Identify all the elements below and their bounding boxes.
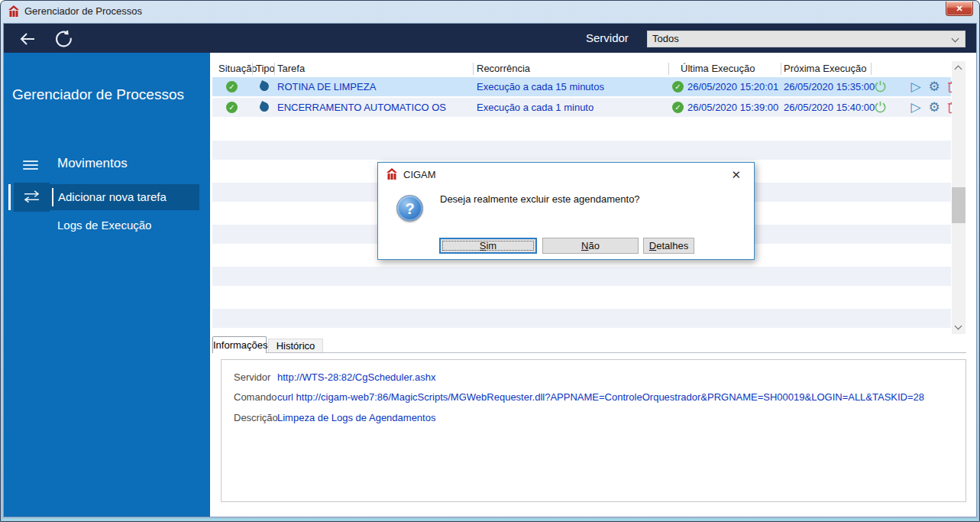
table-row-empty <box>212 141 951 160</box>
refresh-icon <box>54 29 73 48</box>
settings-icon[interactable]: ⚙ <box>927 77 942 96</box>
scroll-up-button[interactable] <box>952 61 965 74</box>
scrollbar-thumb[interactable] <box>952 187 965 223</box>
column-separator <box>668 63 669 75</box>
column-separator <box>781 63 781 75</box>
close-icon: ✕ <box>956 4 962 13</box>
dialog-title: CIGAM <box>403 169 436 180</box>
column-separator <box>274 63 275 75</box>
server-selected-value: Todos <box>652 33 679 44</box>
swap-arrows-icon <box>14 183 50 212</box>
vertical-scrollbar[interactable] <box>952 61 965 334</box>
column-tipo[interactable]: Tipo <box>256 63 275 74</box>
table-row-empty <box>212 287 951 306</box>
table-row[interactable]: ✓ ROTINA DE LIMPEZA Execução a cada 15 m… <box>212 77 951 96</box>
app-body: Servidor Todos Gerenciador de Processos … <box>3 23 977 517</box>
sidebar: Gerenciador de Processos Movimentos Adic… <box>4 53 210 517</box>
field-value: http://WTS-28:82/CgScheduler.ashx <box>277 370 435 385</box>
run-now-icon[interactable]: ▷ <box>908 77 923 96</box>
sidebar-item-logs-de-execucao[interactable]: Logs de Execução <box>57 219 151 232</box>
column-tarefa[interactable]: Tarefa <box>277 63 305 74</box>
column-proxima-execucao[interactable]: Próxima Execução <box>784 63 866 74</box>
confirm-dialog: CIGAM ✕ ? Deseja realmente excluir este … <box>377 162 755 260</box>
column-separator <box>473 63 474 75</box>
details-button[interactable]: Detalhes <box>643 238 694 254</box>
info-panel: Servidor http://WTS-28:82/CgScheduler.as… <box>221 359 966 502</box>
back-button[interactable] <box>18 30 37 48</box>
power-toggle-icon[interactable] <box>872 77 888 96</box>
cigam-logo-icon <box>386 168 398 180</box>
table-row-empty <box>212 267 951 286</box>
task-recurrence: Execução a cada 1 minuto <box>477 98 593 117</box>
status-ok-icon: ✓ <box>226 81 238 92</box>
tab-historico[interactable]: Histórico <box>268 339 323 353</box>
sidebar-title: Gerenciador de Processos <box>12 86 184 103</box>
top-nav-bar: Servidor Todos <box>4 24 976 53</box>
table-row-empty <box>212 309 951 328</box>
scroll-down-button[interactable] <box>952 321 965 334</box>
app-window: Gerenciador de Processos ✕ Servidor Todo… <box>0 0 980 522</box>
task-type-drop-icon <box>258 101 270 113</box>
next-execution: 26/05/2020 15:35:00 <box>784 77 875 96</box>
no-button[interactable]: Não <box>542 238 639 254</box>
table-row-empty <box>212 119 951 138</box>
window-title: Gerenciador de Processos <box>24 5 142 17</box>
sidebar-section-movimentos[interactable]: Movimentos <box>57 156 128 171</box>
next-execution: 26/05/2020 15:40:00 <box>784 98 875 117</box>
task-name: ENCERRAMENTO AUTOMATICO OS <box>277 98 446 117</box>
info-field: Servidor http://WTS-28:82/CgScheduler.as… <box>222 370 965 385</box>
power-toggle-icon[interactable] <box>872 98 888 117</box>
selection-indicator <box>8 184 11 210</box>
task-name: ROTINA DE LIMPEZA <box>277 77 376 96</box>
field-label: Comando <box>234 390 277 405</box>
table-row[interactable]: ✓ ENCERRAMENTO AUTOMATICO OS Execução a … <box>212 98 951 117</box>
info-field: Comando curl http://cigam-web7:86/MagicS… <box>222 390 965 405</box>
sidebar-item-label: Adicionar nova tarefa <box>50 184 199 210</box>
column-recorrencia[interactable]: Recorrência <box>477 63 530 74</box>
last-execution: 26/05/2020 15:39:00 <box>687 98 778 117</box>
server-select[interactable]: Todos <box>647 31 965 47</box>
field-value: Limpeza de Logs de Agendamentos <box>277 410 435 426</box>
back-arrow-icon <box>18 30 37 48</box>
column-ultima-execucao[interactable]: Última Execução <box>681 63 755 74</box>
chevron-down-icon <box>952 35 959 43</box>
task-recurrence: Execução a cada 15 minutos <box>477 77 604 96</box>
column-separator <box>871 63 872 75</box>
dialog-message: Deseja realmente excluir este agendament… <box>440 193 640 205</box>
dialog-close-button[interactable]: ✕ <box>728 167 744 183</box>
window-close-button[interactable]: ✕ <box>946 2 973 16</box>
server-label: Servidor <box>586 31 629 44</box>
yes-button[interactable]: Sim <box>439 238 537 254</box>
field-label: Servidor <box>234 370 270 385</box>
settings-icon[interactable]: ⚙ <box>927 98 942 117</box>
last-execution: 26/05/2020 15:20:01 <box>687 77 778 96</box>
run-now-icon[interactable]: ▷ <box>908 98 923 117</box>
field-value: curl http://cigam-web7:86/MagicScripts/M… <box>277 390 924 405</box>
status-ok-icon: ✓ <box>226 102 238 113</box>
column-separator <box>252 63 253 75</box>
refresh-button[interactable] <box>54 29 73 48</box>
window-titlebar: Gerenciador de Processos ✕ <box>1 1 979 22</box>
chevron-down-icon <box>955 323 962 330</box>
last-run-ok-icon: ✓ <box>672 102 684 113</box>
question-icon: ? <box>396 195 423 222</box>
menu-icon[interactable] <box>23 160 38 171</box>
field-label: Descrição <box>234 410 278 426</box>
last-run-ok-icon: ✓ <box>672 81 684 92</box>
tab-divider <box>212 352 966 353</box>
tab-informacoes[interactable]: Informações <box>212 336 267 353</box>
column-situacao[interactable]: Situação <box>218 63 257 74</box>
sidebar-item-adicionar-nova-tarefa[interactable]: Adicionar nova tarefa <box>4 183 210 212</box>
cigam-logo-icon <box>8 5 20 18</box>
info-field: Descrição Limpeza de Logs de Agendamento… <box>222 410 965 426</box>
table-header: Situação Tipo Tarefa Recorrência Última … <box>212 61 951 77</box>
chevron-up-icon <box>955 66 962 73</box>
close-icon: ✕ <box>731 168 741 181</box>
task-type-drop-icon <box>258 80 270 92</box>
